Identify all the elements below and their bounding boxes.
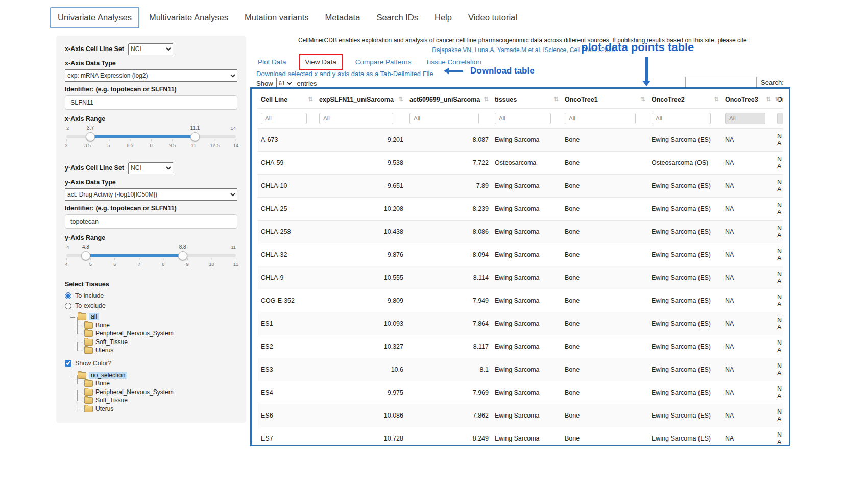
table-row[interactable]: ES210.3278.117Ewing SarcomaBoneEwing Sar… (258, 335, 783, 358)
nav-tab-metadata[interactable]: Metadata (319, 8, 367, 27)
sort-icon[interactable]: ⇅ (641, 96, 645, 103)
tree-node-uterus[interactable]: Uterus (76, 346, 237, 355)
exclude-radio[interactable] (65, 303, 71, 309)
show-color-option[interactable]: Show Color? (65, 360, 237, 367)
sort-icon[interactable]: ⇅ (399, 96, 403, 103)
sort-icon[interactable]: ⇅ (714, 96, 719, 103)
table-row[interactable]: CHA-599.5387.722OsteosarcomaBoneOsteosar… (258, 152, 783, 175)
tree-expander-icon[interactable] (70, 371, 75, 376)
y-data-type-select[interactable]: act: Drug Activity (-log10[IC50M]) (65, 188, 237, 201)
filter-input-oncotree2[interactable] (652, 113, 711, 124)
subtab-compare-patterns[interactable]: Compare Patterns (355, 58, 412, 66)
tree-node-soft-tissue[interactable]: Soft_Tissue (76, 396, 237, 405)
y-identifier-label: Identifier: (e.g. topotecan or SLFN11) (65, 205, 237, 212)
tissue-exclude-option[interactable]: To exclude (65, 302, 237, 309)
filter-input-expslfn11-unisarcoma[interactable] (319, 113, 393, 124)
table-row[interactable]: CHLA-329.8768.094Ewing SarcomaBoneEwing … (258, 243, 783, 266)
download-table-annotation-text: Download table (470, 66, 535, 76)
column-header-tissues[interactable]: tissues⇅ (492, 90, 562, 109)
slider-handle-high[interactable] (178, 251, 187, 260)
tree-node-peripheral-nervous-system[interactable]: Peripheral_Nervous_System (76, 329, 237, 338)
y-range-slider[interactable]: 4114.88.84567891011 (66, 244, 236, 269)
y-data-type-label: y-Axis Data Type (65, 179, 237, 186)
sort-icon[interactable]: ⇅ (766, 96, 771, 103)
nav-tab-univariate-analyses[interactable]: Univariate Analyses (50, 7, 139, 28)
slider-min-label: 2 (66, 125, 69, 131)
x-cell-line-set-row: x-Axis Cell Line Set NCI (65, 43, 237, 55)
nav-tab-help[interactable]: Help (428, 8, 459, 27)
x-data-type-select[interactable]: exp: mRNA Expression (log2) (65, 69, 237, 82)
subtab-plot-data[interactable]: Plot Data (258, 58, 286, 66)
subtab-tissue-correlation[interactable]: Tissue Correlation (425, 58, 481, 66)
table-cell: 10.327 (316, 335, 406, 358)
table-cell: ES4 (258, 381, 316, 404)
entries-label: entries (297, 80, 317, 87)
tree-node-no-selection[interactable]: no_selection (70, 371, 237, 380)
x-range-slider[interactable]: 2143.711.123.556.589.51112.514 (66, 125, 236, 150)
table-cell: NA (774, 221, 783, 243)
table-row[interactable]: ES610.0867.862Ewing SarcomaBoneEwing Sar… (258, 404, 783, 427)
column-header-act609699-unisarcoma[interactable]: act609699_uniSarcoma⇅ (406, 90, 492, 109)
slider-track[interactable] (66, 135, 236, 138)
filter-input-oncotree1[interactable] (565, 113, 636, 124)
tree-node-soft-tissue[interactable]: Soft_Tissue (76, 338, 237, 347)
tree-node-peripheral-nervous-system[interactable]: Peripheral_Nervous_System (76, 388, 237, 397)
filter-input-act609699-unisarcoma[interactable] (409, 113, 479, 124)
y-cell-line-set-label: y-Axis Cell Line Set (65, 164, 124, 172)
column-header-oncotree2[interactable]: OncoTree2⇅ (648, 90, 722, 109)
table-row[interactable]: CHLA-25810.4388.086Ewing SarcomaBoneEwin… (258, 221, 783, 243)
table-row[interactable]: COG-E-3529.8097.949Ewing SarcomaBoneEwin… (258, 289, 783, 312)
table-cell: Bone (562, 129, 648, 152)
slider-handle-low[interactable] (81, 251, 90, 260)
tree-node-bone[interactable]: Bone (76, 379, 237, 388)
filter-input-cell-line[interactable] (261, 113, 307, 124)
filter-cell (406, 109, 492, 129)
left-arrow-icon (444, 68, 449, 74)
column-header-oncotree1[interactable]: OncoTree1⇅ (562, 90, 648, 109)
table-row[interactable]: A-6739.2018.087Ewing SarcomaBoneEwing Sa… (258, 129, 783, 152)
column-header-oncotree3[interactable]: OncoTree3⇅ (722, 90, 774, 109)
search-input[interactable] (685, 77, 757, 88)
y-cell-line-set-select[interactable]: NCI (128, 162, 173, 174)
y-identifier-input[interactable] (65, 214, 237, 229)
filter-input-tissues[interactable] (495, 113, 551, 124)
table-row[interactable]: CHLA-109.6517.89Ewing SarcomaBoneEwing S… (258, 175, 783, 198)
x-cell-line-set-select[interactable]: NCI (128, 43, 173, 55)
x-identifier-label: Identifier: (e.g. topotecan or SLFN11) (65, 86, 237, 93)
column-header-oncotree4[interactable]: OncoTree4⇅ (774, 90, 783, 109)
sort-icon[interactable]: ⇅ (775, 96, 780, 103)
slider-track[interactable] (66, 254, 236, 257)
nav-tab-multivariate-analyses[interactable]: Multivariate Analyses (142, 8, 235, 27)
sort-icon[interactable]: ⇅ (308, 96, 313, 103)
table-cell: 10.438 (316, 221, 406, 243)
table-row[interactable]: ES110.0937.864Ewing SarcomaBoneEwing Sar… (258, 312, 783, 335)
table-cell: Ewing Sarcoma (ES) (648, 175, 722, 198)
x-identifier-input[interactable] (65, 95, 237, 110)
table-row[interactable]: ES310.68.1Ewing SarcomaBoneEwing Sarcoma… (258, 358, 783, 381)
tree-expander-icon[interactable] (70, 312, 75, 318)
table-row[interactable]: CHLA-2510.2088.239Ewing SarcomaBoneEwing… (258, 198, 783, 221)
subtab-view-data[interactable]: View Data (299, 54, 343, 70)
sort-icon[interactable]: ⇅ (484, 96, 489, 103)
show-color-checkbox[interactable] (65, 360, 71, 367)
include-radio[interactable] (65, 292, 71, 299)
table-row[interactable]: CHLA-910.5558.114Ewing SarcomaBoneEwing … (258, 266, 783, 289)
table-row[interactable]: ES710.7288.249Ewing SarcomaBoneEwing Sar… (258, 427, 783, 447)
nav-tab-video-tutorial[interactable]: Video tutorial (462, 8, 524, 27)
tissue-include-option[interactable]: To include (65, 292, 237, 299)
slider-handle-high[interactable] (190, 132, 200, 141)
slider-fill (86, 254, 183, 257)
nav-tab-mutation-variants[interactable]: Mutation variants (238, 8, 316, 27)
tree-node-all[interactable]: all (70, 312, 237, 321)
column-header-expslfn11-unisarcoma[interactable]: expSLFN11_uniSarcoma⇅ (316, 90, 406, 109)
download-data-link[interactable]: Download selected x and y axis data as a… (256, 70, 433, 78)
tree-node-bone[interactable]: Bone (76, 321, 237, 330)
sort-icon[interactable]: ⇅ (554, 96, 559, 103)
table-cell: CHLA-258 (258, 221, 316, 243)
tree-node-uterus[interactable]: Uterus (76, 405, 237, 413)
table-cell: NA (774, 266, 783, 289)
nav-tab-search-ids[interactable]: Search IDs (370, 8, 425, 27)
column-header-label: Cell Line (261, 96, 287, 103)
table-row[interactable]: ES49.9757.969Ewing SarcomaBoneEwing Sarc… (258, 381, 783, 404)
column-header-cell-line[interactable]: Cell Line⇅ (258, 90, 316, 109)
